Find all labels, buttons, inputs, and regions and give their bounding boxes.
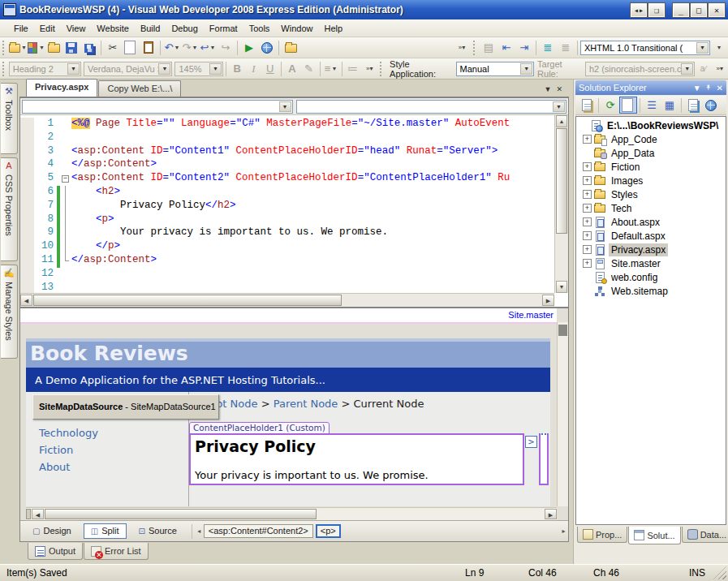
- close-document-icon[interactable]: ✕: [556, 85, 562, 93]
- refresh-button[interactable]: ⟳: [601, 97, 619, 114]
- underline-button[interactable]: U: [262, 60, 278, 78]
- split-view-button[interactable]: ◫Split: [84, 523, 127, 539]
- expand-icon[interactable]: +: [583, 190, 592, 199]
- window-position-button[interactable]: ▼: [693, 84, 701, 93]
- resize-grip[interactable]: [713, 566, 726, 579]
- indicator-margin[interactable]: [20, 145, 34, 159]
- toolbar-grip[interactable]: [2, 62, 6, 76]
- menu-format[interactable]: Format: [204, 21, 243, 36]
- event-dropdown[interactable]: ▼: [296, 100, 567, 114]
- toolbar-overflow-button-3[interactable]: »▾: [361, 60, 377, 78]
- start-debugging-button[interactable]: ▶: [240, 39, 258, 57]
- menu-file[interactable]: File: [8, 21, 34, 36]
- master-page-link[interactable]: Site.master: [508, 310, 554, 320]
- target-rule-combo[interactable]: h2 (sinorcaish-screen.cs ▼: [585, 62, 695, 76]
- comment-lines-button[interactable]: ≣: [539, 39, 557, 57]
- expand-icon[interactable]: +: [583, 245, 592, 254]
- aspnet-configuration-button[interactable]: [702, 97, 720, 114]
- design-view[interactable]: Site.master Book Reviews A Demo Applicat…: [20, 307, 568, 520]
- tab-solution[interactable]: Solut...: [628, 527, 680, 544]
- bold-button[interactable]: B: [229, 60, 245, 78]
- copy-website-button[interactable]: [619, 97, 637, 114]
- document-tab-privacy[interactable]: Privacy.aspx: [26, 79, 97, 97]
- increase-indent-button[interactable]: ⇥: [515, 39, 533, 57]
- tab-database[interactable]: Data...: [682, 527, 728, 543]
- cut-button[interactable]: ✂: [104, 39, 122, 57]
- scroll-right-icon[interactable]: ▶: [545, 509, 557, 519]
- toolbar-overflow-button-4[interactable]: »▾: [712, 60, 728, 78]
- tag-navigator-right-button[interactable]: ▸: [559, 524, 568, 539]
- tag-navigator-chip[interactable]: <p>: [316, 524, 341, 538]
- toolbar-overflow-button[interactable]: »▾: [453, 39, 471, 57]
- collapse-region-icon[interactable]: −: [62, 175, 69, 183]
- indicator-margin[interactable]: [20, 118, 34, 131]
- view-in-browser-button-2[interactable]: [684, 97, 702, 114]
- tab-error-list[interactable]: Error List: [84, 543, 149, 560]
- outlining-margin[interactable]: −: [60, 172, 71, 186]
- window-popout-button[interactable]: ❏: [648, 3, 665, 17]
- paste-button[interactable]: [140, 39, 157, 57]
- tree-item-tech[interactable]: +Tech: [576, 201, 726, 215]
- view-in-browser-button[interactable]: [258, 39, 276, 57]
- tree-item-styles[interactable]: +Styles: [576, 187, 726, 201]
- tree-item-app-code[interactable]: +App_Code: [576, 132, 726, 146]
- code-horizontal-scrollbar[interactable]: ◀ ▶: [20, 293, 554, 307]
- open-file-button[interactable]: [45, 39, 62, 57]
- tag-navigator-chip[interactable]: <asp:Content#Content2>: [204, 524, 313, 538]
- alignment-button[interactable]: ≡▼: [322, 60, 338, 78]
- block-format-combo[interactable]: Heading 2 ▼: [9, 62, 81, 76]
- menu-help[interactable]: Help: [318, 21, 348, 36]
- side-tab-toolbox[interactable]: ⚒Toolbox: [1, 83, 18, 154]
- object-dropdown[interactable]: ▼: [22, 100, 293, 114]
- toolbar-grip[interactable]: [2, 41, 6, 55]
- privacy-policy-paragraph[interactable]: Your privacy is important to us. We prom…: [195, 469, 429, 481]
- copy-button[interactable]: [122, 39, 140, 57]
- expand-icon[interactable]: +: [583, 176, 592, 185]
- menu-build[interactable]: Build: [135, 21, 166, 36]
- close-button[interactable]: ✕: [709, 3, 725, 17]
- scroll-thumb[interactable]: [45, 509, 317, 519]
- nav-link-fiction[interactable]: Fiction: [39, 441, 188, 458]
- tag-navigator-left-button[interactable]: ◂: [195, 524, 204, 539]
- nav-link-technology[interactable]: Technology: [39, 424, 188, 441]
- style-application-combo[interactable]: Manual ▼: [456, 62, 535, 76]
- document-list-dropdown-icon[interactable]: ▼: [545, 85, 552, 93]
- tree-item-app-data[interactable]: App_Data: [576, 146, 726, 160]
- tree-item-e-bookreviewswsp[interactable]: E:\...\BookReviewsWSP\: [576, 118, 726, 132]
- source-view-button[interactable]: ⊡Source: [131, 523, 184, 539]
- maximize-button[interactable]: □: [691, 3, 707, 17]
- indicator-margin[interactable]: [20, 226, 34, 240]
- scroll-thumb[interactable]: [33, 295, 342, 306]
- new-website-button[interactable]: ▼: [9, 39, 27, 57]
- tree-item-site-master[interactable]: +Site.master: [576, 256, 726, 270]
- indicator-margin[interactable]: [20, 254, 34, 268]
- expand-icon[interactable]: +: [583, 204, 592, 213]
- tree-item-about-aspx[interactable]: +About.aspx: [576, 215, 726, 229]
- close-panel-button[interactable]: ✕: [717, 84, 723, 93]
- font-color-button[interactable]: A: [284, 60, 300, 78]
- redo-button[interactable]: ↷▼: [181, 39, 199, 57]
- navigate-backward-button[interactable]: ↩▼: [199, 39, 217, 57]
- breadcrumb-parent-node[interactable]: Parent Node: [274, 398, 338, 410]
- scrollbar-splitter-handle[interactable]: [26, 509, 31, 519]
- side-tab-css-properties[interactable]: ACSS Properties: [1, 157, 18, 261]
- highlight-button[interactable]: ✎: [300, 60, 317, 78]
- indicator-margin[interactable]: [20, 186, 34, 200]
- scroll-left-icon[interactable]: ◀: [32, 509, 44, 519]
- design-horizontal-scrollbar[interactable]: ◀ ▶: [26, 507, 557, 520]
- indicator-margin[interactable]: [20, 282, 34, 293]
- window-arrows-button[interactable]: ◂▸: [631, 3, 647, 17]
- menu-tools[interactable]: Tools: [243, 21, 276, 36]
- menu-website[interactable]: Website: [91, 21, 135, 36]
- indicator-margin[interactable]: [20, 158, 34, 172]
- save-all-button[interactable]: [80, 39, 98, 57]
- navigate-forward-button[interactable]: ↪: [217, 39, 235, 57]
- document-tab-copy-web-e-[interactable]: Copy Web E:\...\: [98, 80, 181, 97]
- scroll-left-icon[interactable]: ◀: [20, 295, 32, 306]
- sitemapdatasource-control[interactable]: SiteMapDataSource - SiteMapDataSource1: [32, 394, 219, 420]
- save-button[interactable]: [62, 39, 80, 57]
- content-placeholder-region[interactable]: Privacy Policy Your privacy is important…: [189, 433, 524, 485]
- side-tab-manage-styles[interactable]: ✍Manage Styles: [1, 265, 18, 359]
- new-style-button[interactable]: a∕: [695, 60, 711, 78]
- code-text[interactable]: 1<%@ Page Title="" Language="C#" MasterP…: [20, 115, 554, 293]
